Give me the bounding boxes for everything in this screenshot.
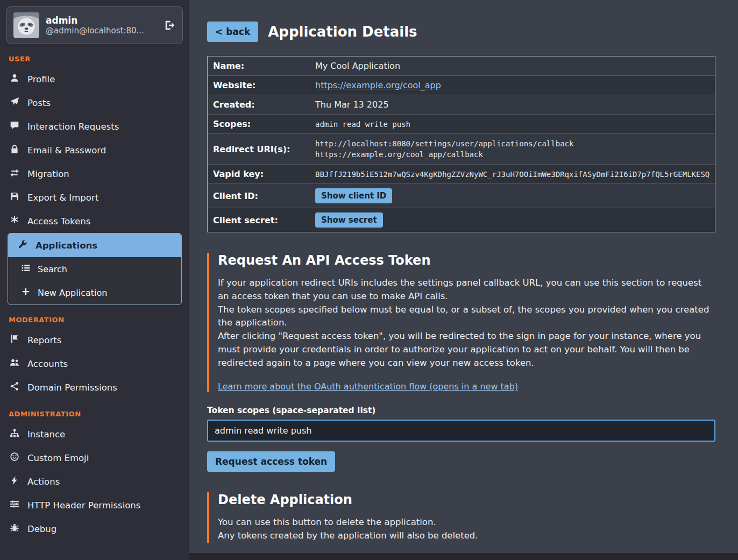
smiley-icon	[10, 452, 19, 464]
table-row-client-id: Client ID: Show client ID	[208, 184, 715, 208]
table-row-created: Created: Thu Mar 13 2025	[208, 95, 715, 115]
sidebar-item-access-tokens[interactable]: Access Tokens	[0, 209, 189, 233]
sidebar-item-profile[interactable]: Profile	[0, 67, 189, 91]
section-paragraph: The token scopes specified below must be…	[218, 303, 715, 330]
section-title: Request An API Access Token	[218, 253, 715, 268]
table-row-vapid-key: Vapid key: BBJffJ219b5iE512m7wQSzv4KgKDh…	[208, 165, 715, 184]
main-area: < back Application Details Name: My Cool…	[189, 0, 738, 560]
sitemap-icon	[10, 428, 19, 440]
row-label: Vapid key:	[208, 165, 310, 183]
sidebar-item-label: Interaction Requests	[27, 122, 119, 132]
row-label: Scopes:	[208, 115, 310, 133]
token-scopes-input[interactable]	[207, 420, 715, 442]
sidebar-item-applications[interactable]: Applications	[8, 233, 181, 257]
lock-icon	[10, 144, 19, 156]
people-icon	[10, 358, 19, 370]
sidebar-item-http-header-permissions[interactable]: HTTP Header Permissions	[0, 493, 189, 517]
redirect-uri: http://localhost:8080/settings/user/appl…	[315, 138, 709, 149]
subnav-item-label: New Application	[38, 288, 107, 298]
request-access-token-button[interactable]: Request access token	[207, 451, 335, 472]
sidebar-item-label: Custom Emoji	[27, 453, 89, 463]
table-row-website: Website: https://example.org/cool_app	[208, 76, 715, 95]
sidebar-item-label: Instance	[27, 429, 65, 440]
sidebar-item-applications-search[interactable]: Search	[8, 257, 181, 281]
sidebar: admin @admin@localhost:80... USER Profil…	[0, 0, 189, 560]
person-icon	[10, 73, 19, 85]
subnav-item-label: Search	[38, 264, 67, 274]
section-paragraph: Any tokens created by the application wi…	[218, 529, 715, 543]
asterisk-icon	[10, 215, 19, 227]
speech-bubble-icon	[10, 120, 19, 132]
sidebar-item-label: Applications	[36, 240, 97, 251]
sidebar-item-label: Reports	[27, 335, 61, 345]
row-label: Created:	[208, 95, 310, 114]
row-label: Name:	[208, 56, 310, 75]
sidebar-item-label: Migration	[27, 169, 69, 179]
sidebar-item-label: Access Tokens	[27, 216, 90, 226]
sidebar-item-interaction-requests[interactable]: Interaction Requests	[0, 115, 189, 138]
row-label: Website:	[208, 76, 310, 95]
row-value: admin read write push	[310, 116, 715, 133]
sidebar-item-label: Domain Permissions	[27, 382, 117, 393]
section-title: Delete Application	[218, 492, 715, 507]
avatar	[13, 12, 39, 38]
sidebar-item-label: Posts	[27, 98, 51, 108]
bolt-icon	[10, 476, 19, 487]
main-panel: < back Application Details Name: My Cool…	[189, 0, 738, 553]
flag-icon	[10, 334, 19, 346]
sidebar-item-domain-permissions[interactable]: Domain Permissions	[0, 375, 189, 399]
list-icon	[21, 263, 31, 275]
token-controls: Token scopes (space-separated list) Requ…	[207, 406, 715, 472]
sidebar-item-label: Export & Import	[27, 193, 98, 203]
request-token-section: Request An API Access Token If your appl…	[207, 253, 715, 392]
token-scopes-label: Token scopes (space-separated list)	[207, 406, 715, 415]
sidebar-item-posts[interactable]: Posts	[0, 91, 189, 115]
section-moderation: MODERATION	[9, 316, 181, 324]
arrows-icon	[10, 168, 19, 180]
section-paragraph: You can use this button to delete the ap…	[218, 516, 715, 529]
table-row-client-secret: Client secret: Show secret	[208, 208, 715, 232]
sidebar-item-email-password[interactable]: Email & Password	[0, 138, 189, 162]
section-paragraph: After clicking "Request access token", y…	[218, 330, 715, 370]
redirect-uri: https://example.org/cool_app/callback	[315, 149, 709, 160]
website-link[interactable]: https://example.org/cool_app	[315, 80, 441, 90]
sidebar-item-custom-emoji[interactable]: Custom Emoji	[0, 446, 189, 470]
sidebar-item-label: Email & Password	[27, 145, 106, 155]
sidebar-item-label: Profile	[27, 74, 55, 84]
section-paragraph: If your application redirect URIs includ…	[218, 277, 715, 303]
sidebar-item-reports[interactable]: Reports	[0, 328, 189, 352]
sidebar-item-export-import[interactable]: Export & Import	[0, 186, 189, 209]
share-nodes-icon	[10, 381, 19, 393]
paper-plane-icon	[10, 97, 19, 109]
table-row-name: Name: My Cool Application	[208, 56, 715, 76]
sidebar-item-accounts[interactable]: Accounts	[0, 352, 189, 375]
sidebar-item-debug[interactable]: Debug	[0, 517, 189, 541]
row-label: Client ID:	[208, 187, 310, 205]
show-secret-button[interactable]: Show secret	[315, 212, 383, 228]
delete-application-section: Delete Application You can use this butt…	[207, 492, 715, 543]
sliders-icon	[10, 499, 19, 511]
sidebar-item-instance[interactable]: Instance	[0, 422, 189, 446]
applications-group: Applications Search New Application	[8, 233, 182, 305]
show-client-id-button[interactable]: Show client ID	[315, 188, 392, 203]
sidebar-item-migration[interactable]: Migration	[0, 162, 189, 186]
sidebar-item-label: Debug	[27, 524, 56, 534]
sidebar-item-label: Actions	[27, 477, 60, 487]
sidebar-item-actions[interactable]: Actions	[0, 470, 189, 493]
logout-icon[interactable]	[164, 19, 176, 31]
row-value: My Cool Application	[310, 56, 715, 75]
floppy-icon	[10, 192, 19, 203]
section-user: USER	[9, 55, 181, 63]
row-value: BBJffJ219b5iE512m7wQSzv4KgKDhgZZVzNyWC_r…	[310, 166, 715, 183]
sidebar-item-label: Accounts	[27, 359, 68, 369]
oauth-docs-link[interactable]: Learn more about the OAuth authenticatio…	[218, 381, 518, 392]
page-title: Application Details	[268, 24, 417, 40]
table-row-scopes: Scopes: admin read write push	[208, 115, 715, 134]
back-button[interactable]: < back	[207, 22, 258, 42]
wrench-icon	[18, 239, 27, 251]
bug-icon	[10, 523, 19, 535]
sidebar-item-new-application[interactable]: New Application	[8, 281, 181, 304]
row-label: Client secret:	[208, 211, 310, 230]
user-card[interactable]: admin @admin@localhost:80...	[6, 6, 183, 44]
table-row-redirect-uris: Redirect URI(s): http://localhost:8080/s…	[208, 134, 715, 165]
